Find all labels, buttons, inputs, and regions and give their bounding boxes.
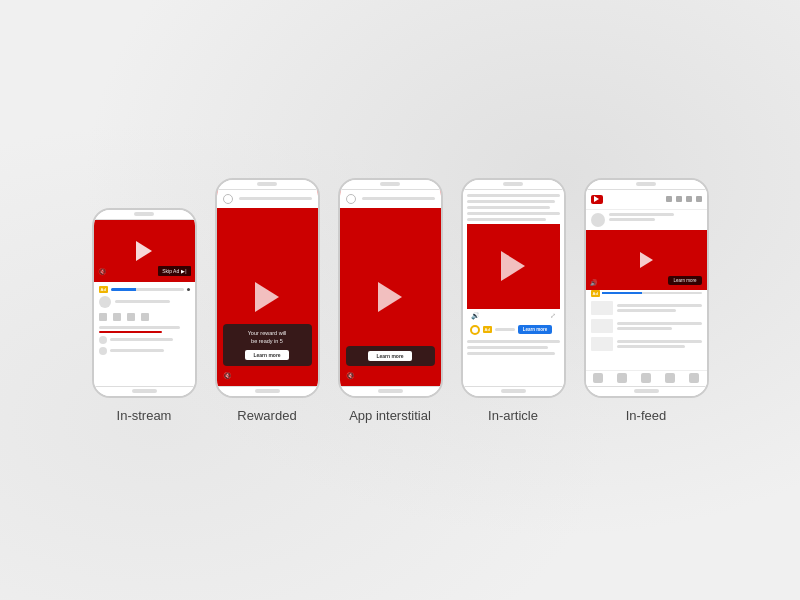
rewarded-circle xyxy=(223,194,233,204)
item-sub-3 xyxy=(617,345,685,348)
rewarded-learn-more-btn[interactable]: Learn more xyxy=(245,350,288,360)
rewarded-notch-bottom xyxy=(217,386,318,396)
explore-nav-icon[interactable] xyxy=(617,373,627,383)
search-top-icon xyxy=(666,196,672,202)
library-nav-icon[interactable] xyxy=(689,373,699,383)
item-text-3 xyxy=(617,340,702,348)
infeed-progress-fill xyxy=(602,292,642,294)
article-line-7 xyxy=(467,346,549,349)
volume-row xyxy=(99,336,190,344)
rewarded-col: Your reward will be ready in 5 Learn mor… xyxy=(215,178,320,423)
infeed-phone: Learn more 🔊 Ad xyxy=(584,178,709,398)
instream-screen: Skip Ad ▶| 🔇 Ad xyxy=(94,220,195,386)
infeed-bottom-nav xyxy=(586,370,707,386)
rewarded-notch-top xyxy=(217,180,318,190)
skip-ad-button[interactable]: Skip Ad ▶| xyxy=(158,266,190,276)
settings-row xyxy=(99,347,190,355)
yt-play-icon xyxy=(594,196,599,202)
inarticle-play-icon xyxy=(501,251,525,281)
inarticle-volume-icon: 🔊 xyxy=(471,312,480,320)
list-item-2 xyxy=(591,319,702,333)
inarticle-learn-more-btn[interactable]: Learn more xyxy=(518,325,553,334)
rewarded-overlay: Your reward will be ready in 5 Learn mor… xyxy=(223,324,312,365)
item-title-1 xyxy=(617,304,702,307)
ad-badge-row: Ad xyxy=(99,286,190,293)
inarticle-ad-video xyxy=(467,224,560,309)
action-icons-row xyxy=(99,311,190,323)
article-line-5 xyxy=(467,218,546,221)
channel-name xyxy=(115,300,170,303)
rewarded-play-icon xyxy=(255,282,279,312)
rewarded-top-line xyxy=(239,197,312,200)
article-line-4 xyxy=(467,212,560,215)
inarticle-label: In-article xyxy=(488,408,538,423)
reward-text: Your reward will be ready in 5 xyxy=(248,330,287,345)
rewarded-top-bar xyxy=(217,190,318,208)
interstitial-video-area: Learn more 🔇 xyxy=(340,208,441,386)
infeed-learn-more-btn[interactable]: Learn more xyxy=(668,276,701,285)
thumb-2 xyxy=(591,319,613,333)
description-lines xyxy=(99,326,190,333)
rewarded-mute-icon: 🔇 xyxy=(223,372,232,380)
thumb-3 xyxy=(591,337,613,351)
advertiser-name xyxy=(495,328,515,331)
channel-title xyxy=(609,213,674,216)
interstitial-content: Learn more 🔇 xyxy=(340,190,441,386)
share-icon xyxy=(127,313,135,321)
add-nav-icon[interactable] xyxy=(641,373,651,383)
subs-nav-icon[interactable] xyxy=(665,373,675,383)
instream-video: Skip Ad ▶| 🔇 xyxy=(94,220,195,282)
cast-top-icon xyxy=(676,196,682,202)
infeed-screen: Learn more 🔊 Ad xyxy=(586,190,707,386)
infeed-notch-bottom xyxy=(586,386,707,396)
item-title-2 xyxy=(617,322,702,325)
channel-sub xyxy=(609,218,656,221)
more-top-icon xyxy=(696,196,702,202)
interstitial-screen: Learn more 🔇 xyxy=(340,190,441,386)
article-line-8 xyxy=(467,352,555,355)
list-item-3 xyxy=(591,337,702,351)
inarticle-expand-icon: ⤢ xyxy=(550,312,556,320)
interstitial-overlay: Learn more xyxy=(346,346,435,366)
rewarded-screen: Your reward will be ready in 5 Learn mor… xyxy=(217,190,318,386)
phones-row: Skip Ad ▶| 🔇 Ad xyxy=(92,178,709,423)
interstitial-label: App interstitial xyxy=(349,408,431,423)
top-action-icons xyxy=(666,196,702,202)
infeed-channel-avatar xyxy=(591,213,605,227)
settings-bar xyxy=(110,349,165,352)
instream-phone: Skip Ad ▶| 🔇 Ad xyxy=(92,208,197,398)
play-icon xyxy=(136,241,152,261)
skip-ad-label: Skip Ad xyxy=(162,268,179,274)
save-icon xyxy=(141,313,149,321)
inarticle-controls: 🔊 ⤢ xyxy=(467,312,560,320)
skip-next-icon: ▶| xyxy=(181,268,186,274)
progress-dot xyxy=(187,288,190,291)
infeed-progress-bar xyxy=(602,292,702,294)
infeed-mute-icon: 🔊 xyxy=(590,279,597,286)
interstitial-top-bar xyxy=(340,190,441,208)
article-line-2 xyxy=(467,200,555,203)
settings-circle xyxy=(99,347,107,355)
infeed-notch-top xyxy=(586,180,707,190)
desc-line-2 xyxy=(99,331,163,333)
infeed-channel-row xyxy=(586,210,707,230)
interstitial-mute-icon: 🔇 xyxy=(346,372,355,380)
inarticle-content: 🔊 ⤢ Ad Learn more xyxy=(463,190,564,386)
interstitial-learn-more-btn[interactable]: Learn more xyxy=(368,351,411,361)
interstitial-play-icon xyxy=(378,282,402,312)
infeed-top-bar xyxy=(586,190,707,210)
item-sub-2 xyxy=(617,327,672,330)
item-title-3 xyxy=(617,340,702,343)
home-nav-icon[interactable] xyxy=(593,373,603,383)
inarticle-ad-badge: Ad xyxy=(483,326,492,333)
interstitial-circle xyxy=(346,194,356,204)
mute-icon: 🔇 xyxy=(98,268,106,276)
interstitial-top-line xyxy=(362,197,435,200)
infeed-list xyxy=(586,299,707,370)
interstitial-col: Learn more 🔇 App interstitial xyxy=(338,178,443,423)
infeed-ad-row: Ad xyxy=(586,290,707,299)
volume-circle xyxy=(99,336,107,344)
instream-col: Skip Ad ▶| 🔇 Ad xyxy=(92,208,197,423)
channel-avatar xyxy=(99,296,111,308)
infeed-video-wrapper: Learn more 🔊 xyxy=(586,230,707,290)
